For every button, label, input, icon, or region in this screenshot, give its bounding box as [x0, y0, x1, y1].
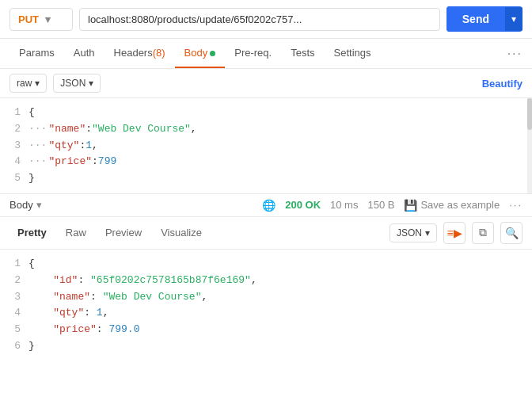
- save-example-label: Save as example: [420, 199, 500, 211]
- tab-visualize[interactable]: Visualize: [153, 223, 210, 242]
- copy-icon: ⧉: [479, 226, 487, 239]
- response-line-6: 6 }: [0, 338, 532, 355]
- request-line-5: 5 }: [0, 170, 532, 187]
- tab-body[interactable]: Body: [175, 39, 226, 68]
- status-bar: Body ▾ 🌐 200 OK 10 ms 150 B 💾 Save as ex…: [0, 194, 532, 217]
- body-chevron-icon[interactable]: ▾: [36, 199, 42, 211]
- res-line-content-3: "name": "Web Dev Course",: [28, 289, 532, 306]
- line-content-1: {: [28, 105, 532, 121]
- raw-label: raw: [17, 78, 32, 89]
- line-num-4: 4: [0, 154, 28, 170]
- tab-pretty[interactable]: Pretty: [10, 223, 55, 242]
- top-bar: PUT ▾ Send ▾: [0, 0, 532, 39]
- request-code-editor[interactable]: 1 { 2 ···"name":"Web Dev Course", 3 ···"…: [0, 98, 532, 194]
- tab-tests[interactable]: Tests: [281, 39, 324, 68]
- scroll-indicator[interactable]: [527, 98, 532, 193]
- response-size: 150 B: [367, 199, 394, 211]
- nav-tabs: Params Auth Headers(8) Body Pre-req. Tes…: [0, 39, 532, 69]
- dots-2: ···: [28, 123, 47, 135]
- response-line-3: 3 "name": "Web Dev Course",: [0, 289, 532, 306]
- search-icon: 🔍: [505, 227, 519, 239]
- json-chevron-icon: ▾: [89, 78, 93, 89]
- res-line-content-1: {: [28, 256, 532, 273]
- request-line-1: 1 {: [0, 105, 532, 121]
- scroll-thumb: [527, 98, 532, 130]
- send-button[interactable]: Send: [446, 6, 505, 32]
- filter-icon: ≡▶: [446, 227, 462, 239]
- response-time: 10 ms: [330, 199, 358, 211]
- response-line-1: 1 {: [0, 256, 532, 273]
- json-label: JSON: [60, 78, 86, 89]
- method-label: PUT: [18, 13, 39, 25]
- line-content-3: ···"qty":1,: [28, 138, 532, 155]
- line-num-5: 5: [0, 170, 28, 187]
- request-line-3: 3 ···"qty":1,: [0, 138, 532, 155]
- res-line-content-5: "price": 799.0: [28, 322, 532, 338]
- res-line-num-2: 2: [0, 273, 28, 289]
- line-content-5: }: [28, 170, 532, 187]
- request-line-4: 4 ···"price":799: [0, 154, 532, 170]
- request-line-2: 2 ···"name":"Web Dev Course",: [0, 121, 532, 138]
- res-line-num-6: 6: [0, 338, 28, 355]
- json-dropdown[interactable]: JSON ▾: [53, 74, 101, 93]
- tab-headers[interactable]: Headers(8): [104, 39, 175, 68]
- res-line-num-1: 1: [0, 256, 28, 273]
- tab-headers-label: Headers: [114, 47, 153, 59]
- body-section-label: Body: [10, 199, 33, 211]
- status-more-button[interactable]: ···: [509, 199, 522, 211]
- res-line-num-3: 3: [0, 289, 28, 306]
- res-line-content-2: "id": "65f0202c7578165b87f6e169",: [28, 273, 532, 289]
- tab-raw[interactable]: Raw: [58, 223, 94, 242]
- url-input[interactable]: [79, 8, 440, 31]
- filter-icon-button[interactable]: ≡▶: [443, 222, 466, 244]
- tab-settings[interactable]: Settings: [325, 39, 381, 68]
- res-line-content-6: }: [28, 338, 532, 355]
- response-tabs: Pretty Raw Preview Visualize JSON ▾ ≡▶ ⧉…: [0, 217, 532, 250]
- status-ok-badge: 200 OK: [285, 199, 321, 211]
- response-format-label: JSON: [397, 227, 422, 239]
- copy-icon-button[interactable]: ⧉: [472, 222, 494, 244]
- body-toolbar: raw ▾ JSON ▾ Beautify: [0, 69, 532, 98]
- tab-prereq[interactable]: Pre-req.: [225, 39, 281, 68]
- response-format-chevron-icon: ▾: [425, 227, 430, 239]
- dots-3: ···: [28, 139, 47, 151]
- tab-body-label: Body: [184, 47, 208, 59]
- tab-auth[interactable]: Auth: [64, 39, 104, 68]
- raw-chevron-icon: ▾: [35, 78, 40, 89]
- nav-more-button[interactable]: ···: [507, 47, 522, 61]
- headers-badge: (8): [153, 47, 165, 59]
- tab-preview[interactable]: Preview: [97, 223, 150, 242]
- beautify-button[interactable]: Beautify: [482, 78, 522, 90]
- save-icon: 💾: [404, 199, 417, 212]
- response-json-dropdown[interactable]: JSON ▾: [390, 223, 437, 242]
- line-num-1: 1: [0, 105, 28, 121]
- body-dot-indicator: [210, 51, 215, 56]
- raw-dropdown[interactable]: raw ▾: [10, 74, 47, 93]
- globe-icon: 🌐: [262, 199, 276, 212]
- line-content-2: ···"name":"Web Dev Course",: [28, 121, 532, 138]
- method-selector[interactable]: PUT ▾: [10, 8, 73, 31]
- res-line-num-5: 5: [0, 322, 28, 338]
- res-line-content-4: "qty": 1,: [28, 305, 532, 322]
- status-bar-right: 🌐 200 OK 10 ms 150 B 💾 Save as example ·…: [262, 199, 522, 212]
- line-num-2: 2: [0, 121, 28, 138]
- response-line-5: 5 "price": 799.0: [0, 322, 532, 338]
- search-icon-button[interactable]: 🔍: [500, 222, 522, 244]
- response-line-2: 2 "id": "65f0202c7578165b87f6e169",: [0, 273, 532, 289]
- send-dropdown-button[interactable]: ▾: [505, 7, 522, 31]
- line-content-4: ···"price":799: [28, 154, 532, 170]
- method-chevron-icon: ▾: [45, 13, 51, 25]
- response-format-controls: JSON ▾ ≡▶ ⧉ 🔍: [390, 222, 522, 244]
- dots-4: ···: [28, 155, 47, 167]
- line-num-3: 3: [0, 138, 28, 155]
- send-btn-group: Send ▾: [446, 6, 522, 32]
- status-bar-left: Body ▾: [10, 199, 42, 211]
- tab-params[interactable]: Params: [10, 39, 64, 68]
- response-code-area: 1 { 2 "id": "65f0202c7578165b87f6e169", …: [0, 250, 532, 361]
- response-line-4: 4 "qty": 1,: [0, 305, 532, 322]
- res-line-num-4: 4: [0, 305, 28, 322]
- save-as-example-button[interactable]: 💾 Save as example: [404, 199, 500, 212]
